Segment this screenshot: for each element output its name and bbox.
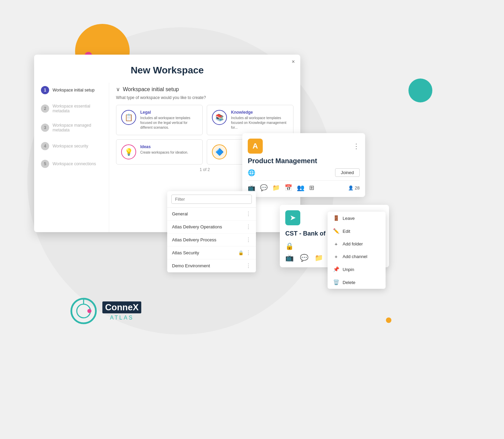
channel-atlas-process-name: Atlas Delivery Process	[172, 237, 216, 242]
channel-atlas-ops-right: ⋮	[246, 224, 251, 230]
connex-atlas-logo: ConneX ATLAS	[68, 296, 141, 326]
ctx-edit-label: Edit	[343, 229, 350, 234]
workspace-type-ideas[interactable]: 💡 Ideas Create workspaces for ideation.	[116, 139, 203, 165]
cst-chat-icon[interactable]: 💬	[300, 254, 308, 262]
workspace-type-legal[interactable]: 📋 Legal Includes all workspace templates…	[116, 105, 203, 135]
ctx-delete[interactable]: 🗑️ Delete	[328, 276, 386, 289]
product-management-card: A ⋮ Product Management 🌐 Joined 📺 💬 📁 📅 …	[242, 133, 365, 197]
members-number: 28	[355, 185, 360, 190]
connex-name-label: ConneX	[102, 301, 141, 313]
step-5-label: Workspace connections	[53, 161, 96, 166]
legal-info: Legal Includes all workspace templates f…	[140, 110, 198, 130]
workspace-type-knowledge[interactable]: 📚 Knowledge Includes all workspace templ…	[207, 105, 293, 135]
channel-atlas-process[interactable]: Atlas Delivery Process ⋮	[167, 233, 256, 246]
close-button[interactable]: ×	[292, 59, 295, 65]
step-1[interactable]: 1 Workspace initial setup	[41, 86, 102, 94]
ctx-leave-label: Leave	[343, 216, 355, 221]
ctx-add-folder-label: Add folder	[343, 241, 363, 246]
channel-more-icon-2[interactable]: ⋮	[246, 224, 251, 230]
dialog-sidebar: 1 Workspace initial setup 2 Workspace es…	[34, 83, 109, 232]
ctx-add-channel-label: Add channel	[343, 254, 367, 259]
channel-atlas-security[interactable]: Atlas Security 🔒 ⋮	[167, 246, 256, 259]
step-3-circle: 3	[41, 124, 49, 132]
channel-demo-right: ⋮	[246, 263, 251, 269]
ctx-edit[interactable]: ✏️ Edit	[328, 225, 386, 238]
channel-list-panel: General ⋮ Atlas Delivery Operations ⋮ At…	[167, 191, 256, 272]
apps-icon[interactable]: ⊞	[309, 184, 314, 192]
step-2-label: Workspace essential metadata	[53, 104, 102, 113]
chat-icon[interactable]: 💬	[260, 184, 268, 192]
step-1-circle: 1	[41, 86, 49, 94]
deco-teal-dot	[408, 79, 432, 102]
knowledge-icon: 📚	[212, 110, 227, 125]
context-menu: 🚪 Leave ✏️ Edit + Add folder + Add chann…	[328, 212, 386, 289]
ctx-unpin[interactable]: 📌 Unpin	[328, 263, 386, 276]
step-5[interactable]: 5 Workspace connections	[41, 160, 102, 168]
teams-icon[interactable]: 📺	[248, 184, 255, 192]
knowledge-desc: Includes all workspace templates focused…	[231, 116, 288, 130]
knowledge-name: Knowledge	[231, 110, 288, 115]
pm-avatar: A	[248, 139, 263, 154]
cst-folder-icon[interactable]: 📁	[315, 254, 323, 262]
channel-atlas-process-left: Atlas Delivery Process	[172, 237, 216, 242]
channel-atlas-security-right: 🔒 ⋮	[238, 250, 251, 256]
people-icon[interactable]: 👥	[297, 184, 304, 192]
channel-demo-name: Demo Environment	[172, 263, 210, 268]
ideas-info: Ideas Create workspaces for ideation.	[140, 144, 188, 155]
cst-avatar: ➤	[285, 210, 300, 225]
channel-demo-left: Demo Environment	[172, 263, 210, 268]
channel-general-left: General	[172, 211, 188, 216]
channel-more-icon-4[interactable]: ⋮	[246, 250, 251, 256]
add-channel-icon: +	[333, 254, 339, 259]
connex-text-group: ConneX ATLAS	[102, 301, 141, 321]
deco-orange-dot	[386, 317, 391, 323]
channel-atlas-ops-name: Atlas Delivery Operations	[172, 224, 222, 229]
dialog-title: New Workspace	[34, 55, 300, 83]
legal-icon: 📋	[121, 110, 136, 125]
ctx-add-channel[interactable]: + Add channel	[328, 250, 386, 263]
cst-teams-icon[interactable]: 📺	[285, 254, 294, 262]
lock-icon: 🔒	[238, 250, 244, 255]
step-3[interactable]: 3 Workspace managed metadata	[41, 123, 102, 132]
folder-icon[interactable]: 📁	[272, 184, 280, 192]
channel-general-right: ⋮	[246, 211, 251, 217]
atlas-label: ATLAS	[102, 315, 141, 321]
pm-icons-row: 📺 💬 📁 📅 👥 ⊞ 👤 28	[248, 180, 360, 192]
cst-lock-icon: 🔒	[285, 242, 294, 250]
channel-atlas-security-left: Atlas Security	[172, 250, 199, 255]
ctx-add-folder[interactable]: + Add folder	[328, 238, 386, 250]
step-4[interactable]: 4 Workspace security	[41, 142, 102, 150]
channel-atlas-security-name: Atlas Security	[172, 250, 199, 255]
ctx-leave[interactable]: 🚪 Leave	[328, 212, 386, 225]
delete-icon: 🗑️	[333, 279, 339, 285]
channel-filter-input[interactable]	[171, 195, 252, 204]
channel-atlas-ops[interactable]: Atlas Delivery Operations ⋮	[167, 221, 256, 233]
step-1-label: Workspace initial setup	[53, 88, 95, 93]
pm-more-button[interactable]: ⋮	[353, 142, 360, 150]
pm-title: Product Management	[248, 157, 360, 165]
section-header: ∨ Workspace initial setup	[116, 86, 293, 93]
ctx-delete-label: Delete	[343, 280, 356, 285]
ideas-desc: Create workspaces for ideation.	[140, 150, 188, 155]
ideas-icon: 💡	[121, 144, 136, 159]
connex-ring-icon	[68, 296, 99, 326]
unpin-icon: 📌	[333, 266, 339, 272]
channel-more-icon-3[interactable]: ⋮	[246, 237, 251, 243]
ctx-unpin-label: Unpin	[343, 267, 354, 272]
section-title: Workspace initial setup	[123, 86, 179, 93]
channel-general[interactable]: General ⋮	[167, 208, 256, 221]
pm-info-row: 🌐 Joined	[248, 168, 360, 177]
people-small-icon: 👤	[348, 185, 354, 190]
pm-card-header: A ⋮	[248, 139, 360, 154]
pm-members-count: 👤 28	[348, 185, 360, 190]
step-2[interactable]: 2 Workspace essential metadata	[41, 104, 102, 113]
joined-button[interactable]: Joined	[335, 168, 360, 177]
svg-point-2	[87, 309, 91, 313]
channel-more-icon-5[interactable]: ⋮	[246, 263, 251, 269]
add-folder-icon: +	[333, 241, 339, 247]
channel-more-icon[interactable]: ⋮	[246, 211, 251, 217]
step-2-circle: 2	[41, 104, 49, 113]
channel-demo[interactable]: Demo Environment ⋮	[167, 259, 256, 272]
calendar-icon[interactable]: 📅	[285, 184, 292, 192]
leave-icon: 🚪	[333, 215, 339, 221]
